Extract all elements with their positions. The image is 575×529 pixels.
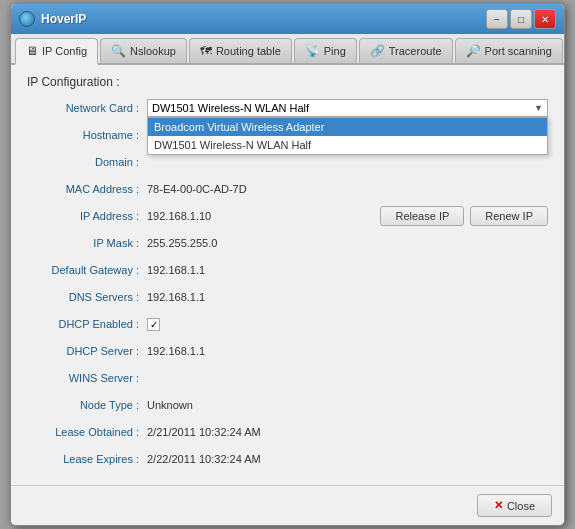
renew-ip-button[interactable]: Renew IP [470,206,548,226]
window-title: HoverIP [41,12,86,26]
dns-servers-label: DNS Servers : [27,291,147,303]
footer: ✕ Close [11,485,564,525]
tab-routing-table[interactable]: 🗺 Routing table [189,38,292,63]
lease-expires-value: 2/22/2011 10:32:24 AM [147,453,261,465]
port-scanning-icon: 🔎 [466,44,481,58]
dropdown-option-broadcom[interactable]: Broadcom Virtual Wireless Adapter [148,118,547,136]
dhcp-enabled-checkbox[interactable]: ✓ [147,318,160,331]
ip-mask-label: IP Mask : [27,237,147,249]
dhcp-enabled-row: DHCP Enabled : ✓ [27,313,548,335]
ip-action-buttons: Release IP Renew IP [380,206,548,226]
title-bar: HoverIP − □ ✕ [11,4,564,34]
ip-address-row: IP Address : 192.168.1.10 Release IP Ren… [27,205,548,227]
maximize-button[interactable]: □ [510,9,532,29]
dhcp-server-value: 192.168.1.1 [147,345,205,357]
tab-routing-label: Routing table [216,45,281,57]
ip-mask-value: 255.255.255.0 [147,237,217,249]
tab-ip-config-label: IP Config [42,45,87,57]
lease-expires-label: Lease Expires : [27,453,147,465]
lease-obtained-label: Lease Obtained : [27,426,147,438]
chevron-down-icon: ▼ [534,103,543,113]
network-card-dropdown-wrapper: DW1501 Wireless-N WLAN Half ▼ Broadcom V… [147,99,548,117]
tab-ping-label: Ping [324,45,346,57]
lease-obtained-row: Lease Obtained : 2/21/2011 10:32:24 AM [27,421,548,443]
routing-icon: 🗺 [200,44,212,58]
dropdown-popup: Broadcom Virtual Wireless Adapter DW1501… [147,117,548,155]
mac-address-value: 78-E4-00-0C-AD-7D [147,183,247,195]
traceroute-icon: 🔗 [370,44,385,58]
tab-port-scanning-label: Port scanning [485,45,552,57]
tab-ip-config[interactable]: 🖥 IP Config [15,38,98,65]
dns-servers-row: DNS Servers : 192.168.1.1 [27,286,548,308]
minimize-button[interactable]: − [486,9,508,29]
dropdown-option-dw1501[interactable]: DW1501 Wireless-N WLAN Half [148,136,547,154]
lease-expires-row: Lease Expires : 2/22/2011 10:32:24 AM [27,448,548,470]
tab-bar: 🖥 IP Config 🔍 Nslookup 🗺 Routing table 📡… [11,34,564,65]
tab-nslookup[interactable]: 🔍 Nslookup [100,38,187,63]
default-gateway-row: Default Gateway : 192.168.1.1 [27,259,548,281]
main-window: HoverIP − □ ✕ 🖥 IP Config 🔍 Nslookup 🗺 R… [10,3,565,526]
close-button-label: Close [507,500,535,512]
tab-nslookup-label: Nslookup [130,45,176,57]
dhcp-server-row: DHCP Server : 192.168.1.1 [27,340,548,362]
hostname-label: Hostname : [27,129,147,141]
default-gateway-value: 192.168.1.1 [147,264,205,276]
content-area: IP Configuration : Network Card : DW1501… [11,65,564,485]
window-close-button[interactable]: ✕ [534,9,556,29]
dhcp-server-label: DHCP Server : [27,345,147,357]
wins-server-row: WINS Server : [27,367,548,389]
dns-servers-value: 192.168.1.1 [147,291,205,303]
ip-mask-row: IP Mask : 255.255.255.0 [27,232,548,254]
wins-server-label: WINS Server : [27,372,147,384]
domain-label: Domain : [27,156,147,168]
title-bar-left: HoverIP [19,11,86,27]
network-card-dropdown[interactable]: DW1501 Wireless-N WLAN Half ▼ [147,99,548,117]
network-card-label: Network Card : [27,102,147,114]
ping-icon: 📡 [305,44,320,58]
close-x-icon: ✕ [494,499,503,512]
network-card-row: Network Card : DW1501 Wireless-N WLAN Ha… [27,97,548,119]
nslookup-icon: 🔍 [111,44,126,58]
tab-ping[interactable]: 📡 Ping [294,38,357,63]
release-ip-button[interactable]: Release IP [380,206,464,226]
title-buttons: − □ ✕ [486,9,556,29]
tab-traceroute[interactable]: 🔗 Traceroute [359,38,453,63]
app-icon [19,11,35,27]
default-gateway-label: Default Gateway : [27,264,147,276]
ip-address-label: IP Address : [27,210,147,222]
section-title: IP Configuration : [27,75,548,89]
node-type-row: Node Type : Unknown [27,394,548,416]
dropdown-selected-value: DW1501 Wireless-N WLAN Half [152,102,534,114]
mac-address-label: MAC Address : [27,183,147,195]
tab-traceroute-label: Traceroute [389,45,442,57]
close-button[interactable]: ✕ Close [477,494,552,517]
ip-address-value: 192.168.1.10 [147,210,380,222]
node-type-value: Unknown [147,399,193,411]
ip-config-icon: 🖥 [26,44,38,58]
tab-port-scanning[interactable]: 🔎 Port scanning [455,38,563,63]
dhcp-enabled-label: DHCP Enabled : [27,318,147,330]
lease-obtained-value: 2/21/2011 10:32:24 AM [147,426,261,438]
mac-address-row: MAC Address : 78-E4-00-0C-AD-7D [27,178,548,200]
node-type-label: Node Type : [27,399,147,411]
